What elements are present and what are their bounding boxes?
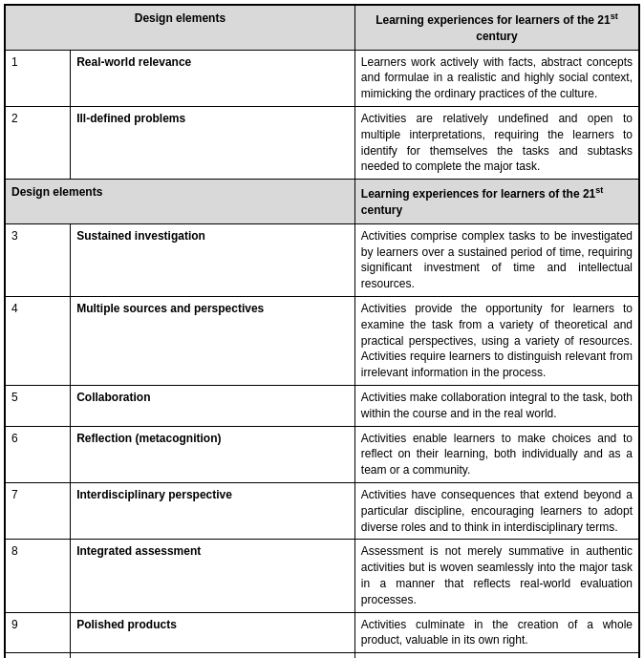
row-number: 10 (5, 653, 71, 658)
row-description: Activities enable learners to make choic… (354, 426, 639, 482)
row-number: 1 (5, 50, 71, 106)
row-label: Collaboration (71, 385, 355, 426)
row-number: 9 (5, 612, 71, 653)
table-row: 2 Ill-defined problems Activities are re… (5, 106, 639, 179)
row-description: Assessment is not merely summative in au… (354, 540, 639, 612)
main-table: Design elements Learning experiences for… (4, 4, 640, 658)
row-description: Activities provide the opportunity for l… (354, 296, 639, 385)
table-header: Design elements Learning experiences for… (5, 5, 639, 50)
row-number: 7 (5, 482, 71, 539)
row-label: Reflection (metacognition) (71, 426, 355, 482)
table-subheader: Design elements Learning experiences for… (5, 180, 639, 224)
row-description: Activities have consequences that extend… (354, 482, 639, 539)
table-row: 9 Polished products Activities culminate… (5, 612, 639, 653)
col3-tail: century (476, 30, 517, 43)
row-number: 5 (5, 385, 71, 426)
table-row: 1 Real-world relevance Learners work act… (5, 50, 639, 106)
subheader-col3: Learning experiences for learners of the… (354, 180, 639, 224)
row-number: 6 (5, 426, 71, 482)
row-description: Activities allow for diverse interpretat… (354, 653, 639, 658)
row-number: 4 (5, 296, 71, 385)
row-label: Interdisciplinary perspective (71, 482, 355, 539)
table-row: 4 Multiple sources and perspectives Acti… (5, 296, 639, 385)
row-label: Polished products (71, 612, 355, 653)
table-row: 3 Sustained investigation Activities com… (5, 223, 639, 296)
table-row: 8 Integrated assessment Assessment is no… (5, 540, 639, 612)
row-label: Multiple interpretations and outcomes (71, 653, 355, 658)
row-label: Ill-defined problems (71, 106, 355, 179)
col-design-elements: Design elements (5, 5, 354, 50)
table-row: 5 Collaboration Activities make collabor… (5, 385, 639, 426)
row-label: Sustained investigation (71, 223, 355, 296)
col-learning-experiences: Learning experiences for learners of the… (354, 5, 639, 50)
row-description: Learners work actively with facts, abstr… (354, 50, 639, 106)
table-row: 10 Multiple interpretations and outcomes… (5, 653, 639, 658)
row-description: Activities comprise complex tasks to be … (354, 223, 639, 296)
col3-header-text: Learning experiences for learners of the… (376, 13, 610, 27)
table-body: 1 Real-world relevance Learners work act… (5, 50, 639, 658)
row-label: Multiple sources and perspectives (71, 296, 355, 385)
row-description: Activities culminate in the creation of … (354, 612, 639, 653)
row-label: Real-world relevance (71, 50, 355, 106)
row-number: 8 (5, 540, 71, 612)
row-description: Activities make collaboration integral t… (354, 385, 639, 426)
row-number: 2 (5, 106, 71, 179)
table-row: 7 Interdisciplinary perspective Activiti… (5, 482, 639, 539)
row-number: 3 (5, 223, 71, 296)
row-description: Activities are relatively undefined and … (354, 106, 639, 179)
table-row: 6 Reflection (metacognition) Activities … (5, 426, 639, 482)
row-label: Integrated assessment (71, 540, 355, 612)
col3-sup: st (611, 11, 618, 21)
subheader-col1: Design elements (5, 180, 354, 224)
